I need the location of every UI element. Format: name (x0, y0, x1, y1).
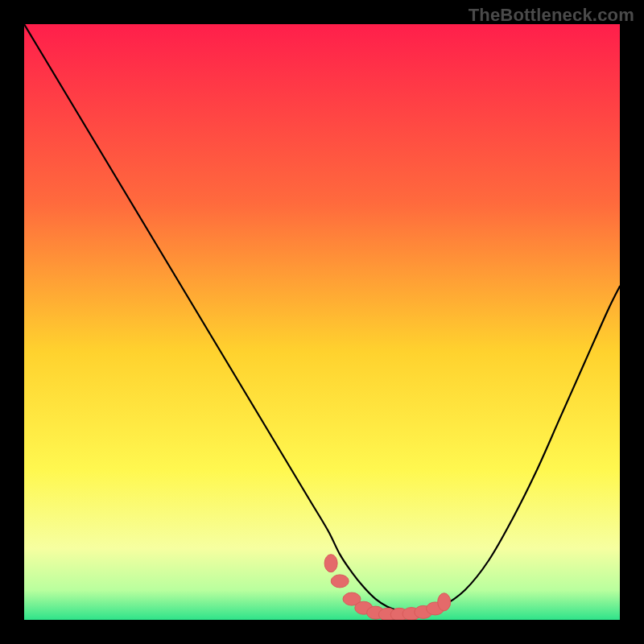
watermark-text: TheBottleneck.com (469, 5, 634, 26)
curve-marker (438, 593, 451, 611)
plot-area (24, 24, 620, 620)
chart-frame: TheBottleneck.com (0, 0, 644, 644)
plot-svg (24, 24, 620, 620)
curve-marker (331, 575, 349, 588)
gradient-bg (24, 24, 620, 620)
curve-marker (324, 555, 337, 572)
